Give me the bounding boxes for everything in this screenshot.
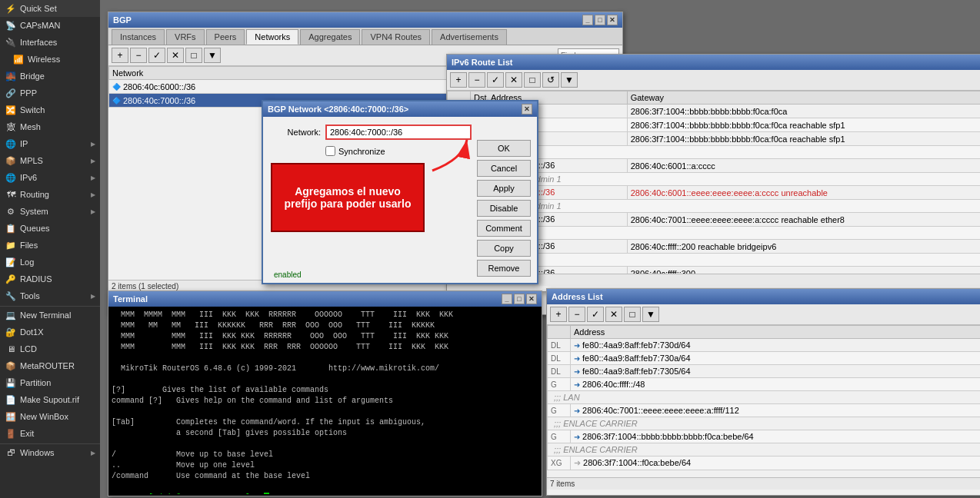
addr-cell: ➜ 2806:40c:7001::eeee:eeee:eeee:a:ffff/1… — [571, 404, 981, 417]
ipv6-window-title[interactable]: IPv6 Route List _ □ ✕ — [447, 55, 980, 70]
ipv6-reset-button[interactable]: ↺ — [542, 72, 559, 88]
addr-filter-button[interactable]: ▼ — [642, 307, 659, 322]
col-gw: Gateway — [627, 91, 980, 105]
filter-button[interactable]: ▼ — [204, 48, 221, 63]
addr-row-xg1[interactable]: XG ➜ 2806:3f7:1004::f0ca:bebe/64 — [548, 456, 981, 470]
addr-remove-button[interactable]: − — [568, 307, 585, 322]
addr-window-title[interactable]: Address List _ □ ✕ — [547, 289, 980, 304]
terminal-line: / Move up to base level — [112, 450, 538, 460]
ipv6-cross-button[interactable]: ✕ — [505, 72, 522, 88]
ipv6-filter-button[interactable]: ▼ — [561, 72, 578, 88]
terminal-title-text: Terminal — [113, 294, 148, 304]
annotation-box: Agregamos el nuevo prefijo para poder us… — [271, 163, 425, 232]
sidebar-item-interfaces[interactable]: 🔌 Interfaces — [0, 34, 100, 51]
cross-button[interactable]: ✕ — [167, 48, 184, 63]
sidebar-item-files[interactable]: 📁 Files — [0, 237, 100, 254]
sidebar-item-label: MetaROUTER — [20, 361, 75, 370]
addr-copy-button[interactable]: □ — [624, 307, 641, 322]
addr-check-button[interactable]: ✓ — [587, 307, 604, 322]
tab-instances[interactable]: Instances — [112, 29, 165, 45]
sidebar-item-switch[interactable]: 🔀 Switch — [0, 101, 100, 118]
remove-dialog-button[interactable]: Remove — [477, 260, 531, 277]
make-supout-icon: 📄 — [5, 393, 17, 406]
sidebar-item-ipv6[interactable]: 🌐 IPv6 ▶ — [0, 169, 100, 186]
terminal-close-button[interactable]: ✕ — [526, 294, 537, 304]
tab-vrfs[interactable]: VRFs — [166, 29, 205, 45]
sidebar-item-mesh[interactable]: 🕸 Mesh — [0, 118, 100, 135]
sync-checkbox[interactable] — [325, 146, 335, 156]
sidebar-item-lcd[interactable]: 🖥 LCD — [0, 340, 100, 357]
addr-row-dl1[interactable]: DL ➜ fe80::4aa9:8aff:feb7:730d/64 — [548, 339, 981, 352]
sidebar-item-new-terminal[interactable]: 💻 New Terminal — [0, 307, 100, 324]
bgp-maximize-button[interactable]: □ — [595, 15, 605, 25]
ipv6-remove-button[interactable]: − — [468, 72, 485, 88]
remove-button[interactable]: − — [130, 48, 147, 63]
sidebar-item-queues[interactable]: 📋 Queues — [0, 220, 100, 237]
addr-row-g3[interactable]: G ➜ 2806:3f7:1004::bbbb:bbbb:bbbb:f0ca:b… — [548, 430, 981, 443]
comment-button[interactable]: Comment — [477, 220, 531, 237]
bgp-dialog-close-button[interactable]: ✕ — [522, 104, 532, 115]
sidebar-item-exit[interactable]: 🚪 Exit — [0, 425, 100, 442]
tab-networks[interactable]: Networks — [246, 29, 298, 45]
ipv6-copy-button[interactable]: □ — [524, 72, 541, 88]
add-button[interactable]: + — [112, 48, 128, 63]
terminal-window-title[interactable]: Terminal _ □ ✕ — [108, 291, 542, 307]
disable-button[interactable]: Disable — [477, 200, 531, 217]
sidebar-item-ppp[interactable]: 🔗 PPP — [0, 85, 100, 101]
capsman-icon: 📡 — [5, 19, 17, 32]
tab-peers[interactable]: Peers — [206, 29, 245, 45]
sidebar-item-tools[interactable]: 🔧 Tools ▶ — [0, 287, 100, 304]
terminal-window-controls: _ □ ✕ — [502, 294, 537, 304]
addr-cell: ➜ 2806:3f7:1004::bbbb:bbbb:bbbb:f0ca:beb… — [571, 430, 981, 443]
sidebar-item-partition[interactable]: 💾 Partition — [0, 374, 100, 391]
bgp-window-title[interactable]: BGP _ □ ✕ — [108, 12, 622, 28]
sidebar-item-mpls[interactable]: 📦 MPLS ▶ — [0, 152, 100, 169]
addr-row-dl3[interactable]: DL ➜ fe80::4aa9:8aff:feb7:7305/64 — [548, 365, 981, 378]
sidebar-item-make-supout[interactable]: 📄 Make Supout.rif — [0, 391, 100, 408]
addr-cross-button[interactable]: ✕ — [605, 307, 622, 322]
sidebar-item-bridge[interactable]: 🌉 Bridge — [0, 68, 100, 85]
bgp-dialog-title[interactable]: BGP Network <2806:40c:7000::/36> ✕ — [263, 101, 537, 117]
sidebar-item-label: Mesh — [20, 122, 41, 131]
addr-table-container: Address DL ➜ fe80::4aa9:8aff:feb7:730d/6… — [547, 325, 980, 477]
terminal-minimize-button[interactable]: _ — [502, 294, 512, 304]
sidebar-item-metarouter[interactable]: 📦 MetaROUTER — [0, 357, 100, 374]
check-button[interactable]: ✓ — [148, 48, 165, 63]
bgp-minimize-button[interactable]: _ — [582, 15, 593, 25]
sidebar-item-ip[interactable]: 🌐 IP ▶ — [0, 135, 100, 152]
sidebar-item-windows[interactable]: 🗗 Windows ▶ — [0, 444, 100, 461]
sidebar-item-routing[interactable]: 🗺 Routing ▶ — [0, 186, 100, 203]
addr-row-g1[interactable]: G ➜ 2806:40c:ffff::/48 — [548, 378, 981, 391]
sidebar-item-capsman[interactable]: 📡 CAPsMAN — [0, 17, 100, 34]
partition-icon: 💾 — [5, 377, 17, 389]
addr-add-button[interactable]: + — [550, 307, 567, 322]
copy-dialog-button[interactable]: Copy — [477, 240, 531, 257]
addr-cell: ➜ fe80::4aa9:8aff:feb7:730d/64 — [571, 339, 981, 352]
bgp-status-text: 2 items (1 selected) — [112, 282, 178, 290]
tab-vpn4routes[interactable]: VPN4 Routes — [362, 29, 430, 45]
tab-aggregates[interactable]: Aggregates — [300, 29, 360, 45]
ok-button[interactable]: OK — [477, 140, 531, 157]
files-icon: 📁 — [5, 239, 17, 251]
sidebar-item-quick-set[interactable]: ⚡ Quick Set — [0, 0, 100, 17]
terminal-maximize-button[interactable]: □ — [514, 294, 525, 304]
sidebar-item-radius[interactable]: 🔑 RADIUS — [0, 271, 100, 287]
tab-advertisements[interactable]: Advertisements — [432, 29, 507, 45]
cancel-button[interactable]: Cancel — [477, 160, 531, 177]
sidebar-item-new-winbox[interactable]: 🪟 New WinBox — [0, 408, 100, 425]
ipv6-add-button[interactable]: + — [450, 72, 467, 88]
sidebar-item-dot1x[interactable]: 🔐 Dot1X — [0, 324, 100, 340]
terminal-prompt-line[interactable]: [admin@RB BGP WISPHUB] > — [112, 482, 538, 494]
bgp-close-button[interactable]: ✕ — [607, 15, 618, 25]
addr-row-g2[interactable]: G ➜ 2806:40c:7001::eeee:eeee:eeee:a:ffff… — [548, 404, 981, 417]
gw-cell: 2806:40c:ffff::200 reachable bridgeipv6 — [627, 240, 980, 254]
ipv6-check-button[interactable]: ✓ — [487, 72, 504, 88]
sidebar-item-system[interactable]: ⚙ System ▶ — [0, 203, 100, 220]
addr-row-dl2[interactable]: DL ➜ fe80::4aa9:8aff:feb7:730a/64 — [548, 352, 981, 365]
sidebar-item-wireless[interactable]: 📶 Wireless — [0, 51, 100, 68]
terminal-body[interactable]: MMM MMMM MMM III KKK KKK RRRRRR OOOOOO T… — [108, 307, 542, 494]
apply-button[interactable]: Apply — [477, 180, 531, 197]
copy-button[interactable]: □ — [185, 48, 202, 63]
sidebar-item-log[interactable]: 📝 Log — [0, 254, 100, 271]
ppp-icon: 🔗 — [5, 87, 17, 99]
